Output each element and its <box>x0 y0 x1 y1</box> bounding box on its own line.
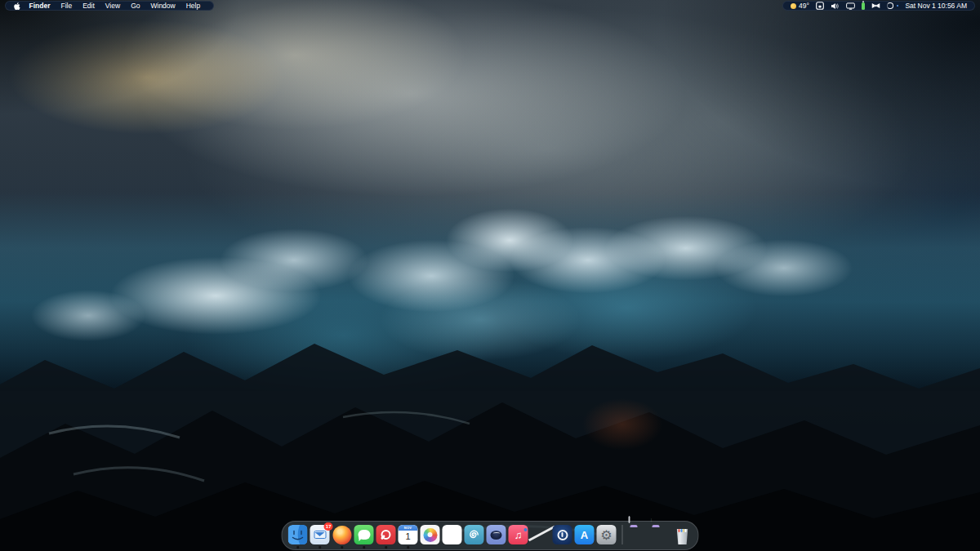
menu-app-name[interactable]: Finder <box>24 1 56 11</box>
bowtie-bartender-icon[interactable] <box>871 2 880 9</box>
swirl-menu-extra-icon[interactable] <box>887 2 898 9</box>
puck-glyph <box>491 531 502 540</box>
mail-unread-badge: 17 <box>324 522 333 531</box>
dock-item-finder[interactable] <box>288 525 308 544</box>
apple-logo-icon[interactable] <box>13 2 20 11</box>
calendar-month-label: NOV <box>399 525 418 531</box>
messages-icon <box>354 525 374 544</box>
trash-paper-red <box>679 529 680 532</box>
puck-app-icon <box>487 525 506 544</box>
wallpaper-vignette <box>0 0 980 551</box>
wallpaper-stormy-sea <box>0 0 980 551</box>
flower-glyph <box>423 528 437 542</box>
trash-paper-yellow <box>683 529 684 532</box>
weather-status[interactable]: 49° <box>791 2 809 10</box>
dock-item-trash[interactable] <box>673 525 693 544</box>
trash-paper-white <box>685 529 687 532</box>
dock-item-system-settings[interactable]: ⚙ <box>597 525 617 544</box>
temperature-label: 49° <box>799 2 809 10</box>
app-store-icon: A <box>575 525 595 544</box>
notes-icon <box>443 525 462 544</box>
notification-dot <box>897 5 899 7</box>
stage-manager-icon[interactable] <box>816 2 824 10</box>
dock-item-app-store[interactable]: A <box>575 525 595 544</box>
dock-item-1password[interactable] <box>553 525 572 544</box>
running-indicator <box>363 546 365 549</box>
keyhole-ring-glyph <box>557 530 568 540</box>
dock-item-q-app[interactable] <box>376 525 396 544</box>
dock-item-calendar[interactable]: NOV 1 <box>399 525 418 544</box>
q-app-icon <box>376 525 396 544</box>
trash-can-glyph <box>676 529 689 544</box>
dock-item-downloads-folder[interactable]: ↓ <box>651 525 670 544</box>
menu-bar-left-pill: Finder File Edit View Go Window Help <box>5 1 214 11</box>
menu-bar: Finder File Edit View Go Window Help 49° <box>0 1 980 11</box>
finder-icon <box>288 525 308 544</box>
dock-item-notes[interactable] <box>443 525 462 544</box>
trash-paper-blue <box>680 529 682 532</box>
dock-item-maps[interactable] <box>531 525 550 544</box>
trash-papers <box>679 529 687 532</box>
calendar-day-label: 1 <box>399 531 418 544</box>
running-indicator <box>341 546 343 549</box>
sun-icon <box>791 3 796 9</box>
swirl-glyph <box>887 2 893 9</box>
onepassword-icon <box>553 525 572 544</box>
trash-full-icon <box>673 525 693 544</box>
running-indicator <box>296 546 299 549</box>
envelope-glyph <box>314 531 326 539</box>
photos-icon <box>421 525 440 544</box>
menu-bar-right-pill: 49° Sat Nov 1 10:56 AM <box>782 1 975 11</box>
dock-item-puck-app[interactable] <box>487 525 506 544</box>
system-settings-gear-icon: ⚙ <box>597 525 617 544</box>
keyhole-slot-glyph <box>561 532 563 537</box>
display-icon[interactable] <box>846 2 855 10</box>
menu-help[interactable]: Help <box>180 1 205 11</box>
running-indicator <box>407 546 409 549</box>
battery-level-bar <box>862 2 866 10</box>
dock-item-photos[interactable] <box>421 525 440 544</box>
dock-item-messages[interactable] <box>354 525 374 544</box>
dock-item-documents-folder[interactable] <box>629 525 648 544</box>
menu-go[interactable]: Go <box>126 1 145 11</box>
dock-item-firefox[interactable] <box>332 525 352 544</box>
battery-icon[interactable] <box>862 2 866 10</box>
running-indicator <box>385 546 387 549</box>
dock: 17 NOV 1 <box>282 521 699 550</box>
firefox-icon <box>332 526 351 544</box>
spiral-app-icon <box>465 525 484 544</box>
running-indicator <box>318 546 321 549</box>
menu-window[interactable]: Window <box>145 1 180 11</box>
dock-item-mail[interactable]: 17 <box>310 525 330 544</box>
menu-bar-clock[interactable]: Sat Nov 1 10:56 AM <box>905 2 967 10</box>
speech-bubble-glyph <box>358 530 370 540</box>
calendar-icon: NOV 1 <box>399 525 418 544</box>
q-ring-glyph <box>381 530 391 540</box>
desktop: Finder File Edit View Go Window Help 49° <box>0 0 980 551</box>
dock-item-spiral-app[interactable] <box>465 525 484 544</box>
dock-separator <box>622 525 623 544</box>
menu-edit[interactable]: Edit <box>78 1 100 11</box>
menu-file[interactable]: File <box>56 1 78 11</box>
volume-icon[interactable] <box>831 2 840 10</box>
menu-view[interactable]: View <box>100 1 125 11</box>
